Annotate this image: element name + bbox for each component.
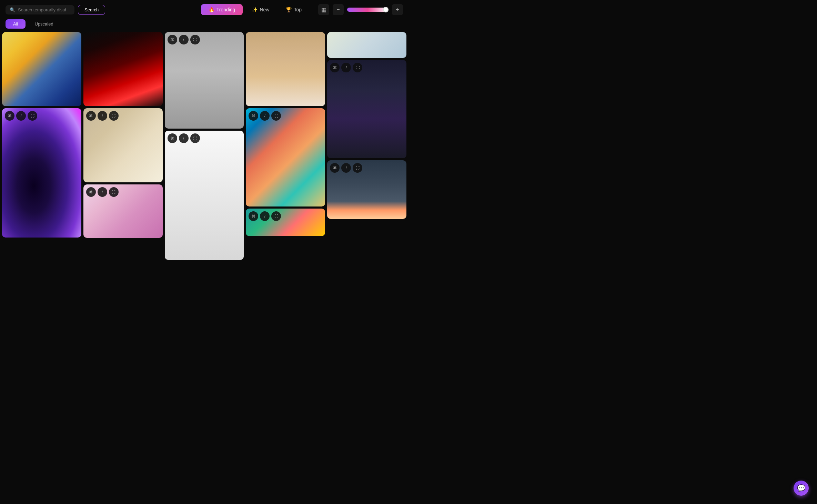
- new-label: New: [260, 7, 269, 12]
- card-einstein[interactable]: ⌘ / ⛶: [246, 108, 325, 206]
- tab-top[interactable]: 🏆 Top: [278, 4, 309, 15]
- nav-tabs: 🔥 Trending ✨ New 🏆 Top: [201, 4, 309, 15]
- cmd-button-cat[interactable]: ⌘: [86, 111, 96, 121]
- card-overlay-puppy: ⌘ / ⛶: [168, 35, 200, 44]
- card-wave-art[interactable]: [327, 32, 406, 58]
- search-input[interactable]: [18, 7, 66, 12]
- plus-icon: +: [396, 7, 399, 13]
- slash-button-abstract2[interactable]: /: [260, 211, 270, 221]
- slash-button-ship[interactable]: /: [179, 133, 189, 143]
- search-icon: 🔍: [10, 7, 15, 12]
- zoom-out-button[interactable]: −: [333, 4, 344, 15]
- cmd-button-ship[interactable]: ⌘: [168, 133, 177, 143]
- card-overlay-ship: ⌘ / ⛶: [168, 133, 200, 143]
- header: 🔍 Search 🔥 Trending ✨ New 🏆 Top ▦ −: [0, 0, 408, 19]
- expand-button-ship[interactable]: ⛶: [190, 133, 200, 143]
- card-ship[interactable]: ⌘ / ⛶: [165, 131, 244, 260]
- filter-upscaled[interactable]: Upscaled: [27, 19, 61, 29]
- cmd-button-puppy[interactable]: ⌘: [168, 35, 177, 44]
- expand-button-cat[interactable]: ⛶: [109, 111, 119, 121]
- search-wrap: 🔍: [6, 5, 74, 14]
- top-label: Top: [294, 7, 302, 12]
- slash-button-cat[interactable]: /: [98, 111, 107, 121]
- expand-button-puppy[interactable]: ⛶: [190, 35, 200, 44]
- card-tatoo-woman[interactable]: ⌘ / ⛶: [327, 60, 406, 158]
- expand-button-abstract2[interactable]: ⛶: [271, 211, 281, 221]
- slash-button-anime2[interactable]: /: [98, 187, 107, 197]
- expand-button-tatoo[interactable]: ⛶: [353, 63, 362, 72]
- toolbar-right: ▦ − +: [318, 4, 403, 15]
- slash-button-cosmic-wolf[interactable]: /: [16, 111, 26, 121]
- image-grid: ⌘ / ⛶ ⌘ / ⛶ ⌘ / ⛶ ⌘ / ⛶: [0, 32, 408, 260]
- card-overlay-einstein: ⌘ / ⛶: [249, 111, 281, 121]
- expand-button-einstein[interactable]: ⛶: [271, 111, 281, 121]
- slash-button-einstein[interactable]: /: [260, 111, 270, 121]
- filter-row: All Upscaled: [0, 19, 408, 32]
- grid-icon: ▦: [321, 7, 326, 13]
- card-overlay-fox: ⌘ / ⛶: [330, 163, 362, 173]
- card-overlay-tatoo: ⌘ / ⛶: [330, 63, 362, 72]
- slash-button-puppy[interactable]: /: [179, 35, 189, 44]
- new-icon: ✨: [252, 7, 258, 12]
- card-abstract2[interactable]: ⌘ / ⛶: [246, 209, 325, 236]
- filter-all[interactable]: All: [6, 19, 26, 29]
- card-overlay-cat: ⌘ / ⛶: [86, 111, 119, 121]
- cmd-button-anime2[interactable]: ⌘: [86, 187, 96, 197]
- tab-trending[interactable]: 🔥 Trending: [201, 4, 243, 15]
- cmd-button-fox[interactable]: ⌘: [330, 163, 340, 173]
- slider-thumb: [383, 7, 389, 12]
- expand-button-cosmic-wolf[interactable]: ⛶: [28, 111, 37, 121]
- card-overlay-abstract2: ⌘ / ⛶: [249, 211, 281, 221]
- minus-icon: −: [336, 7, 340, 13]
- zoom-in-button[interactable]: +: [392, 4, 403, 15]
- card-woman-portrait[interactable]: [246, 32, 325, 106]
- card-cosmic-wolf[interactable]: ⌘ / ⛶: [2, 108, 81, 238]
- trending-icon: 🔥: [209, 7, 214, 12]
- cmd-button-abstract2[interactable]: ⌘: [249, 211, 258, 221]
- card-overlay-cosmic-wolf: ⌘ / ⛶: [5, 111, 37, 121]
- cmd-button-einstein[interactable]: ⌘: [249, 111, 258, 121]
- slash-button-fox[interactable]: /: [341, 163, 351, 173]
- card-puppy[interactable]: ⌘ / ⛶: [165, 32, 244, 129]
- card-anime-girl[interactable]: [2, 32, 81, 106]
- tab-new[interactable]: ✨ New: [244, 4, 277, 15]
- cmd-button-cosmic-wolf[interactable]: ⌘: [5, 111, 14, 121]
- card-anime-girl2[interactable]: ⌘ / ⛶: [83, 184, 163, 238]
- trending-label: Trending: [216, 7, 235, 12]
- slash-button-tatoo[interactable]: /: [341, 63, 351, 72]
- expand-button-fox[interactable]: ⛶: [353, 163, 362, 173]
- grid-view-button[interactable]: ▦: [318, 4, 329, 15]
- card-fox[interactable]: ⌘ / ⛶: [327, 160, 406, 219]
- expand-button-anime2[interactable]: ⛶: [109, 187, 119, 197]
- top-icon: 🏆: [286, 7, 292, 12]
- cmd-button-tatoo[interactable]: ⌘: [330, 63, 340, 72]
- card-cat-sticker[interactable]: ⌘ / ⛶: [83, 108, 163, 182]
- card-red-wolf[interactable]: [83, 32, 163, 106]
- search-button[interactable]: Search: [78, 5, 105, 15]
- color-slider-wrap: [347, 8, 389, 12]
- color-slider[interactable]: [347, 8, 389, 12]
- card-overlay-anime2: ⌘ / ⛶: [86, 187, 119, 197]
